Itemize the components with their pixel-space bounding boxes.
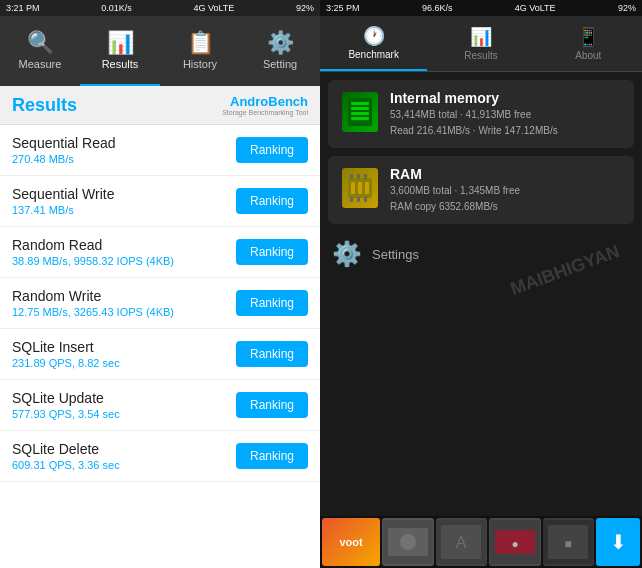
voot-thumb[interactable]: voot bbox=[322, 518, 380, 566]
nav-tabs-right: 🕐 Benchmark 📊 Results 📱 About bbox=[320, 16, 642, 72]
tab-benchmark[interactable]: 🕐 Benchmark bbox=[320, 16, 427, 71]
result-item-info-5: SQLite Update 577.93 QPS, 3.54 sec bbox=[12, 390, 120, 420]
download-thumb[interactable]: ⬇ bbox=[596, 518, 640, 566]
battery-right: 92% bbox=[618, 3, 636, 13]
history-icon: 📋 bbox=[187, 30, 214, 56]
result-item: SQLite Update 577.93 QPS, 3.54 sec Ranki… bbox=[0, 380, 320, 431]
battery-left: 92% bbox=[296, 3, 314, 13]
result-title-4: SQLite Insert bbox=[12, 339, 120, 355]
settings-gear-icon: ⚙️ bbox=[332, 240, 362, 268]
ranking-btn-3[interactable]: Ranking bbox=[236, 290, 308, 316]
result-item-info-0: Sequential Read 270.48 MB/s bbox=[12, 135, 116, 165]
result-value-6: 609.31 QPS, 3.36 sec bbox=[12, 459, 120, 471]
signal-left: 4G VoLTE bbox=[193, 3, 234, 13]
results-title: Results bbox=[12, 95, 77, 116]
measure-icon: 🔍 bbox=[27, 30, 54, 56]
tab-measure[interactable]: 🔍 Measure bbox=[0, 16, 80, 86]
svg-rect-3 bbox=[351, 112, 369, 115]
svg-rect-2 bbox=[351, 107, 369, 110]
tab-history[interactable]: 📋 History bbox=[160, 16, 240, 86]
ram-detail2: RAM copy 6352.68MB/s bbox=[390, 200, 622, 214]
logo-sub: Storage Benchmarking Tool bbox=[222, 109, 308, 116]
thumb-2[interactable]: A bbox=[436, 518, 488, 566]
androbench-logo: AndroBench Storage Benchmarking Tool bbox=[222, 94, 308, 116]
result-title-0: Sequential Read bbox=[12, 135, 116, 151]
result-item-info-3: Random Write 12.75 MB/s, 3265.43 IOPS (4… bbox=[12, 288, 174, 318]
svg-rect-7 bbox=[358, 182, 362, 194]
result-item: Sequential Write 137.41 MB/s Ranking bbox=[0, 176, 320, 227]
svg-point-17 bbox=[400, 534, 416, 550]
svg-rect-11 bbox=[364, 174, 367, 179]
svg-rect-1 bbox=[351, 102, 369, 105]
result-value-3: 12.75 MB/s, 3265.43 IOPS (4KB) bbox=[12, 306, 174, 318]
result-item: SQLite Delete 609.31 QPS, 3.36 sec Ranki… bbox=[0, 431, 320, 482]
nav-tabs-left: 🔍 Measure 📊 Results 📋 History ⚙️ Setting bbox=[0, 16, 320, 86]
result-item-info-1: Sequential Write 137.41 MB/s bbox=[12, 186, 114, 216]
tab-setting-label: Setting bbox=[263, 58, 297, 70]
tab-results-right[interactable]: 📊 Results bbox=[427, 16, 534, 71]
internal-memory-info: Internal memory 53,414MB total · 41,913M… bbox=[390, 90, 622, 138]
right-panel: 3:25 PM 96.6K/s 4G VoLTE 92% 🕐 Benchmark… bbox=[320, 0, 642, 568]
bottom-bar: voot A ● ■ bbox=[320, 516, 642, 568]
ranking-btn-5[interactable]: Ranking bbox=[236, 392, 308, 418]
result-title-5: SQLite Update bbox=[12, 390, 120, 406]
svg-rect-12 bbox=[350, 197, 353, 202]
svg-text:A: A bbox=[456, 534, 467, 551]
ranking-btn-0[interactable]: Ranking bbox=[236, 137, 308, 163]
time-right: 3:25 PM bbox=[326, 3, 360, 13]
ram-info: RAM 3,600MB total · 1,345MB free RAM cop… bbox=[390, 166, 622, 214]
tab-results-right-label: Results bbox=[464, 50, 497, 61]
result-title-3: Random Write bbox=[12, 288, 174, 304]
internal-memory-card: Internal memory 53,414MB total · 41,913M… bbox=[328, 80, 634, 148]
internal-memory-detail2: Read 216.41MB/s · Write 147.12MB/s bbox=[390, 124, 622, 138]
network-left: 0.01K/s bbox=[101, 3, 132, 13]
result-item: Random Read 38.89 MB/s, 9958.32 IOPS (4K… bbox=[0, 227, 320, 278]
result-title-1: Sequential Write bbox=[12, 186, 114, 202]
signal-right: 4G VoLTE bbox=[515, 3, 556, 13]
tab-setting[interactable]: ⚙️ Setting bbox=[240, 16, 320, 86]
thumb-1[interactable] bbox=[382, 518, 434, 566]
settings-label: Settings bbox=[372, 247, 419, 262]
status-bar-right: 3:25 PM 96.6K/s 4G VoLTE 92% bbox=[320, 0, 642, 16]
result-value-5: 577.93 QPS, 3.54 sec bbox=[12, 408, 120, 420]
svg-text:●: ● bbox=[511, 537, 518, 551]
tab-about[interactable]: 📱 About bbox=[535, 16, 642, 71]
benchmark-content: Internal memory 53,414MB total · 41,913M… bbox=[320, 72, 642, 516]
result-item: SQLite Insert 231.89 QPS, 8.82 sec Ranki… bbox=[0, 329, 320, 380]
ranking-btn-6[interactable]: Ranking bbox=[236, 443, 308, 469]
svg-rect-8 bbox=[365, 182, 369, 194]
results-right-icon: 📊 bbox=[470, 26, 492, 48]
time-left: 3:21 PM bbox=[6, 3, 40, 13]
ram-icon bbox=[340, 166, 380, 210]
ram-card: RAM 3,600MB total · 1,345MB free RAM cop… bbox=[328, 156, 634, 224]
tab-results[interactable]: 📊 Results bbox=[80, 16, 160, 86]
status-bar-left: 3:21 PM 0.01K/s 4G VoLTE 92% bbox=[0, 0, 320, 16]
result-value-0: 270.48 MB/s bbox=[12, 153, 116, 165]
ranking-btn-4[interactable]: Ranking bbox=[236, 341, 308, 367]
svg-rect-4 bbox=[351, 117, 369, 120]
result-item-info-2: Random Read 38.89 MB/s, 9958.32 IOPS (4K… bbox=[12, 237, 174, 267]
internal-memory-title: Internal memory bbox=[390, 90, 622, 106]
tab-measure-label: Measure bbox=[19, 58, 62, 70]
ranking-btn-2[interactable]: Ranking bbox=[236, 239, 308, 265]
result-list: Sequential Read 270.48 MB/s Ranking Sequ… bbox=[0, 125, 320, 568]
svg-rect-6 bbox=[351, 182, 355, 194]
result-item: Sequential Read 270.48 MB/s Ranking bbox=[0, 125, 320, 176]
svg-rect-10 bbox=[357, 174, 360, 179]
ranking-btn-1[interactable]: Ranking bbox=[236, 188, 308, 214]
benchmark-icon: 🕐 bbox=[363, 25, 385, 47]
results-header: Results AndroBench Storage Benchmarking … bbox=[0, 86, 320, 125]
result-title-6: SQLite Delete bbox=[12, 441, 120, 457]
tab-benchmark-label: Benchmark bbox=[348, 49, 399, 60]
settings-row[interactable]: ⚙️ Settings bbox=[328, 232, 634, 276]
result-title-2: Random Read bbox=[12, 237, 174, 253]
left-panel: 3:21 PM 0.01K/s 4G VoLTE 92% 🔍 Measure 📊… bbox=[0, 0, 320, 568]
thumb-4[interactable]: ■ bbox=[543, 518, 595, 566]
results-icon: 📊 bbox=[107, 30, 134, 56]
ram-detail1: 3,600MB total · 1,345MB free bbox=[390, 184, 622, 198]
thumb-3[interactable]: ● bbox=[489, 518, 541, 566]
logo-text: AndroBench bbox=[222, 94, 308, 109]
tab-results-label: Results bbox=[102, 58, 139, 70]
svg-text:■: ■ bbox=[565, 537, 572, 551]
about-icon: 📱 bbox=[577, 26, 599, 48]
